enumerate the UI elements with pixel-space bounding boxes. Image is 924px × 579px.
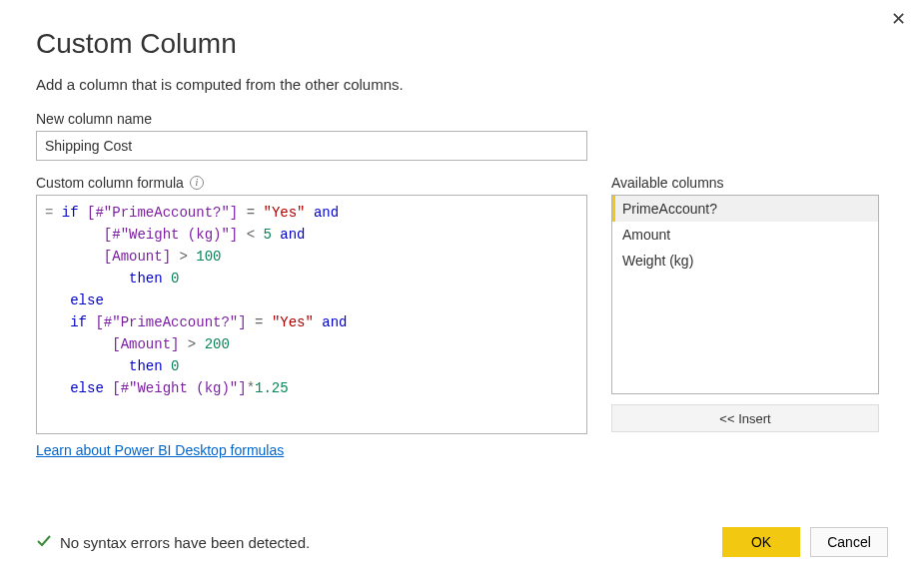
- available-column-item[interactable]: Amount: [612, 222, 878, 248]
- available-columns-label: Available columns: [611, 175, 879, 191]
- syntax-status: No syntax errors have been detected.: [36, 533, 310, 552]
- available-column-item[interactable]: PrimeAccount?: [612, 196, 878, 222]
- dialog-footer: No syntax errors have been detected. OK …: [36, 527, 888, 557]
- custom-column-dialog: ✕ Custom Column Add a column that is com…: [0, 0, 924, 479]
- new-column-name-input[interactable]: [36, 131, 587, 161]
- info-icon[interactable]: i: [190, 176, 204, 190]
- learn-formulas-link[interactable]: Learn about Power BI Desktop formulas: [36, 442, 284, 458]
- available-columns-list[interactable]: PrimeAccount?AmountWeight (kg): [611, 195, 879, 394]
- available-column-item[interactable]: Weight (kg): [612, 248, 878, 274]
- cancel-button[interactable]: Cancel: [810, 527, 888, 557]
- formula-editor[interactable]: = if [#"PrimeAccount?"] = "Yes" and [#"W…: [36, 195, 587, 434]
- formula-label: Custom column formula: [36, 175, 184, 191]
- new-column-name-label: New column name: [36, 111, 888, 127]
- dialog-title: Custom Column: [36, 28, 888, 60]
- check-icon: [36, 533, 52, 552]
- insert-button[interactable]: << Insert: [611, 404, 879, 432]
- ok-button[interactable]: OK: [722, 527, 800, 557]
- syntax-status-text: No syntax errors have been detected.: [60, 534, 310, 551]
- dialog-subtitle: Add a column that is computed from the o…: [36, 76, 888, 93]
- close-icon[interactable]: ✕: [891, 8, 906, 30]
